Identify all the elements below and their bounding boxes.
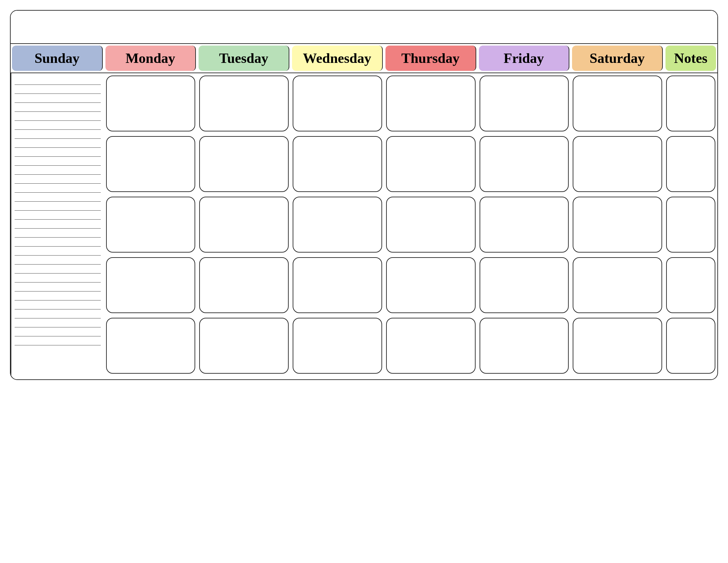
header-sunday: Sunday bbox=[12, 46, 103, 71]
header-row: Sunday Monday Tuesday Wednesday Thursday… bbox=[11, 44, 717, 73]
header-monday: Monday bbox=[105, 46, 196, 71]
table-row[interactable] bbox=[106, 197, 196, 252]
header-saturday: Saturday bbox=[572, 46, 663, 71]
table-row[interactable] bbox=[480, 257, 569, 313]
table-row[interactable] bbox=[199, 75, 289, 131]
table-row[interactable] bbox=[666, 318, 715, 374]
table-row[interactable] bbox=[573, 75, 662, 131]
table-row[interactable] bbox=[106, 136, 196, 192]
table-row[interactable] bbox=[666, 75, 715, 131]
table-row[interactable] bbox=[199, 136, 289, 192]
notes-column[interactable] bbox=[11, 73, 104, 376]
calendar-body bbox=[11, 73, 717, 379]
table-row[interactable] bbox=[293, 318, 382, 374]
table-row[interactable] bbox=[293, 136, 382, 192]
header-notes: Notes bbox=[665, 46, 716, 71]
table-row[interactable] bbox=[573, 318, 662, 374]
table-row[interactable] bbox=[480, 75, 569, 131]
header-wednesday: Wednesday bbox=[292, 46, 383, 71]
table-row[interactable] bbox=[106, 318, 196, 374]
table-row[interactable] bbox=[573, 197, 662, 252]
header-tuesday: Tuesday bbox=[199, 46, 289, 71]
table-row[interactable] bbox=[293, 75, 382, 131]
table-row[interactable] bbox=[666, 136, 715, 192]
table-row[interactable] bbox=[386, 136, 476, 192]
title-bar[interactable] bbox=[11, 11, 717, 44]
table-row[interactable] bbox=[386, 75, 476, 131]
table-row[interactable] bbox=[573, 257, 662, 313]
table-row[interactable] bbox=[106, 257, 196, 313]
header-friday: Friday bbox=[479, 46, 570, 71]
table-row[interactable] bbox=[199, 257, 289, 313]
table-row[interactable] bbox=[386, 197, 476, 252]
calendar-container: Sunday Monday Tuesday Wednesday Thursday… bbox=[10, 10, 718, 380]
table-row[interactable] bbox=[666, 257, 715, 313]
table-row[interactable] bbox=[666, 197, 715, 252]
table-row[interactable] bbox=[386, 318, 476, 374]
table-row[interactable] bbox=[386, 257, 476, 313]
table-row[interactable] bbox=[480, 197, 569, 252]
table-row[interactable] bbox=[293, 257, 382, 313]
table-row[interactable] bbox=[199, 318, 289, 374]
table-row[interactable] bbox=[480, 136, 569, 192]
table-row[interactable] bbox=[573, 136, 662, 192]
table-row[interactable] bbox=[199, 197, 289, 252]
table-row[interactable] bbox=[480, 318, 569, 374]
table-row[interactable] bbox=[106, 75, 196, 131]
table-row[interactable] bbox=[293, 197, 382, 252]
header-thursday: Thursday bbox=[385, 46, 476, 71]
